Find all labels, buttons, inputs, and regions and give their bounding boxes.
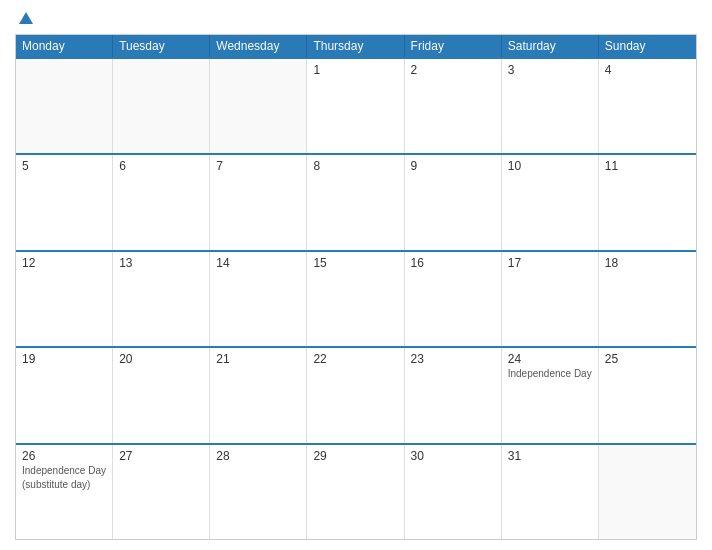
calendar-row: 192021222324Independence Day25: [16, 346, 696, 442]
calendar-cell: 3: [502, 59, 599, 153]
svg-marker-0: [19, 12, 33, 24]
day-number: 6: [119, 159, 203, 173]
calendar-cell: 28: [210, 445, 307, 539]
calendar-cell: 25: [599, 348, 696, 442]
day-number: 31: [508, 449, 592, 463]
weekday-header: Sunday: [599, 35, 696, 57]
calendar: MondayTuesdayWednesdayThursdayFridaySatu…: [15, 34, 697, 540]
calendar-body: 123456789101112131415161718192021222324I…: [16, 57, 696, 539]
weekday-header: Monday: [16, 35, 113, 57]
weekday-header: Wednesday: [210, 35, 307, 57]
event-label: Independence Day: [508, 368, 592, 379]
calendar-page: MondayTuesdayWednesdayThursdayFridaySatu…: [0, 0, 712, 550]
calendar-cell: 30: [405, 445, 502, 539]
day-number: 15: [313, 256, 397, 270]
calendar-cell: 12: [16, 252, 113, 346]
calendar-row: 26Independence Day (substitute day)27282…: [16, 443, 696, 539]
calendar-cell: 24Independence Day: [502, 348, 599, 442]
day-number: 20: [119, 352, 203, 366]
day-number: 2: [411, 63, 495, 77]
calendar-cell: 16: [405, 252, 502, 346]
calendar-cell: 17: [502, 252, 599, 346]
calendar-cell: 9: [405, 155, 502, 249]
day-number: 25: [605, 352, 690, 366]
header: [15, 10, 697, 28]
day-number: 23: [411, 352, 495, 366]
day-number: 30: [411, 449, 495, 463]
day-number: 26: [22, 449, 106, 463]
weekday-header: Friday: [405, 35, 502, 57]
calendar-cell: [113, 59, 210, 153]
calendar-cell: 4: [599, 59, 696, 153]
day-number: 22: [313, 352, 397, 366]
day-number: 10: [508, 159, 592, 173]
weekday-header: Saturday: [502, 35, 599, 57]
day-number: 4: [605, 63, 690, 77]
day-number: 18: [605, 256, 690, 270]
day-number: 29: [313, 449, 397, 463]
day-number: 8: [313, 159, 397, 173]
calendar-cell: 21: [210, 348, 307, 442]
day-number: 16: [411, 256, 495, 270]
calendar-cell: 23: [405, 348, 502, 442]
calendar-cell: 7: [210, 155, 307, 249]
logo: [15, 10, 37, 28]
day-number: 27: [119, 449, 203, 463]
day-number: 5: [22, 159, 106, 173]
calendar-cell: 15: [307, 252, 404, 346]
day-number: 7: [216, 159, 300, 173]
event-label: Independence Day (substitute day): [22, 465, 106, 490]
calendar-cell: 2: [405, 59, 502, 153]
calendar-cell: 29: [307, 445, 404, 539]
calendar-row: 12131415161718: [16, 250, 696, 346]
calendar-cell: 27: [113, 445, 210, 539]
day-number: 17: [508, 256, 592, 270]
calendar-cell: 11: [599, 155, 696, 249]
calendar-row: 1234: [16, 57, 696, 153]
calendar-header: MondayTuesdayWednesdayThursdayFridaySatu…: [16, 35, 696, 57]
day-number: 13: [119, 256, 203, 270]
day-number: 21: [216, 352, 300, 366]
calendar-cell: 13: [113, 252, 210, 346]
calendar-row: 567891011: [16, 153, 696, 249]
day-number: 11: [605, 159, 690, 173]
day-number: 14: [216, 256, 300, 270]
calendar-cell: 5: [16, 155, 113, 249]
calendar-cell: 8: [307, 155, 404, 249]
calendar-cell: 18: [599, 252, 696, 346]
calendar-cell: 20: [113, 348, 210, 442]
calendar-cell: 26Independence Day (substitute day): [16, 445, 113, 539]
day-number: 12: [22, 256, 106, 270]
calendar-cell: [16, 59, 113, 153]
logo-icon: [17, 10, 35, 28]
calendar-cell: 14: [210, 252, 307, 346]
calendar-cell: 10: [502, 155, 599, 249]
calendar-cell: 31: [502, 445, 599, 539]
calendar-cell: 1: [307, 59, 404, 153]
calendar-cell: [210, 59, 307, 153]
day-number: 3: [508, 63, 592, 77]
day-number: 1: [313, 63, 397, 77]
day-number: 28: [216, 449, 300, 463]
calendar-cell: 6: [113, 155, 210, 249]
weekday-header: Thursday: [307, 35, 404, 57]
weekday-header: Tuesday: [113, 35, 210, 57]
calendar-cell: 22: [307, 348, 404, 442]
day-number: 9: [411, 159, 495, 173]
day-number: 19: [22, 352, 106, 366]
calendar-cell: 19: [16, 348, 113, 442]
calendar-cell: [599, 445, 696, 539]
day-number: 24: [508, 352, 592, 366]
